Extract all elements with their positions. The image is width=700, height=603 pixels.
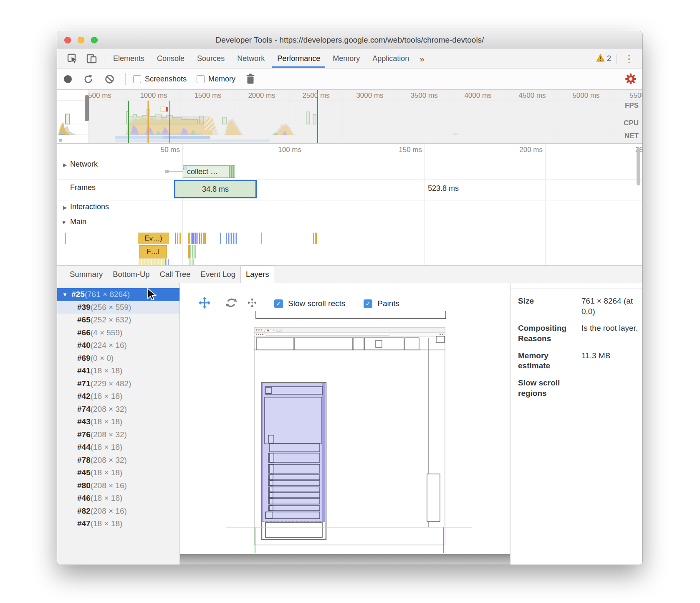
tab-performance[interactable]: Performance [271, 49, 326, 68]
tab-layers[interactable]: Layers [240, 266, 275, 283]
kebab-menu-icon[interactable]: ⋮ [620, 53, 638, 65]
frame-duration[interactable]: 523.8 ms [428, 184, 459, 193]
layer-wireframe[interactable] [180, 283, 510, 565]
function-bar[interactable]: F…l [139, 245, 167, 258]
main-track-label[interactable]: Main [70, 218, 86, 226]
activity-bar[interactable] [190, 245, 191, 258]
activity-bar[interactable] [233, 233, 234, 244]
layer-tree[interactable]: ▼#25(761 × 8264) #39(256 × 559) #65(252 … [57, 283, 179, 565]
layer-row[interactable]: #41(18 × 18) [57, 365, 179, 378]
layers-3d-view[interactable]: ✓ Slow scroll rects ✓ Paints [179, 283, 510, 565]
layer-row[interactable]: #74(208 × 32) [57, 403, 179, 416]
activity-bar[interactable] [230, 233, 230, 244]
memory-checkbox[interactable]: Memory [197, 75, 235, 84]
activity-bar[interactable] [313, 233, 314, 244]
device-toolbar-icon[interactable] [82, 49, 101, 68]
collapse-icon[interactable]: ▼ [61, 220, 66, 225]
minimize-window-button[interactable] [78, 37, 84, 43]
tab-bottom-up[interactable]: Bottom-Up [108, 266, 154, 283]
layer-row[interactable]: #39(256 × 559) [57, 301, 179, 314]
activity-bar[interactable] [261, 233, 262, 244]
activity-bar[interactable] [220, 233, 221, 244]
layer-row[interactable]: #42(18 × 18) [57, 390, 179, 403]
network-request-bar[interactable]: collect … [183, 165, 235, 178]
warning-icon[interactable] [596, 54, 605, 63]
more-tabs-chevron-icon[interactable]: » [415, 49, 429, 68]
activity-bar[interactable] [188, 245, 190, 258]
layer-row[interactable]: #76(208 × 32) [57, 428, 179, 441]
activity-bar[interactable] [315, 233, 317, 244]
layer-row[interactable]: #71(229 × 482) [57, 378, 179, 390]
activity-bar[interactable] [235, 233, 235, 244]
activity-bar[interactable] [193, 233, 198, 244]
collapse-icon[interactable]: ▼ [62, 291, 71, 298]
tab-network[interactable]: Network [231, 49, 271, 68]
tab-event-log[interactable]: Event Log [196, 266, 240, 283]
activity-bar[interactable] [192, 245, 196, 258]
tab-call-tree[interactable]: Call Tree [155, 266, 196, 283]
checkbox-unchecked[interactable] [197, 75, 205, 83]
tab-console[interactable]: Console [151, 49, 191, 68]
vertical-scrollbar[interactable] [637, 148, 640, 185]
layer-row[interactable]: #44(18 × 18) [57, 441, 179, 454]
timeline-overview[interactable]: 500 ms 1000 ms 1500 ms 2000 ms 2500 ms 3… [57, 90, 642, 144]
activity-bar[interactable] [65, 233, 66, 244]
layer-row[interactable]: #65(252 × 632) [57, 314, 179, 327]
layer-row[interactable]: #82(208 × 16) [57, 505, 179, 518]
record-button[interactable] [64, 75, 72, 83]
reset-view-icon[interactable] [247, 297, 258, 310]
activity-bar[interactable] [191, 233, 192, 244]
activity-bar[interactable] [199, 233, 200, 244]
activity-bar[interactable] [236, 233, 237, 244]
layer-row[interactable]: #66(4 × 559) [57, 327, 179, 340]
checkbox-unchecked[interactable] [133, 75, 141, 83]
activity-bar[interactable] [179, 233, 179, 244]
tab-application[interactable]: Application [366, 49, 415, 68]
activity-bar[interactable] [139, 259, 165, 265]
rotate-mode-icon[interactable] [225, 296, 238, 311]
activity-bar[interactable] [190, 259, 191, 265]
activity-bar[interactable] [168, 259, 169, 265]
activity-bar[interactable] [175, 233, 176, 244]
activity-bar[interactable] [189, 259, 190, 265]
activity-bar[interactable] [192, 259, 194, 265]
flame-chart[interactable]: 50 ms 100 ms 150 ms 200 ms 250 ms ▶ Netw… [57, 144, 642, 266]
layer-row[interactable]: #47(18 × 18) [57, 517, 179, 530]
zoom-window-button[interactable] [91, 37, 98, 43]
event-bar[interactable]: Ev…) [138, 233, 169, 244]
activity-bar[interactable] [231, 233, 232, 244]
tab-elements[interactable]: Elements [107, 49, 151, 68]
clear-recording-button[interactable] [104, 73, 115, 85]
network-track-label[interactable]: Network [70, 160, 98, 169]
close-window-button[interactable] [64, 37, 71, 43]
layer-row[interactable]: #80(208 × 16) [57, 479, 179, 492]
tab-summary[interactable]: Summary [65, 266, 108, 283]
activity-bar[interactable] [188, 233, 190, 244]
activity-bar[interactable] [226, 233, 227, 244]
activity-bar[interactable] [167, 259, 167, 265]
layer-row[interactable]: #40(224 × 16) [57, 339, 179, 352]
activity-bar[interactable] [192, 233, 193, 244]
activity-bar[interactable] [228, 233, 229, 244]
layer-row[interactable]: #45(18 × 18) [57, 466, 179, 479]
expand-icon[interactable]: ▶ [63, 162, 67, 168]
reload-and-profile-button[interactable] [83, 73, 94, 85]
inspect-element-icon[interactable] [63, 49, 82, 68]
screenshots-checkbox[interactable]: Screenshots [133, 75, 187, 84]
layer-row[interactable]: #69(0 × 0) [57, 352, 179, 365]
layer-row[interactable]: #46(18 × 18) [57, 492, 179, 505]
pan-mode-icon[interactable] [198, 296, 211, 311]
layer-row[interactable]: #43(18 × 18) [57, 416, 179, 428]
slow-scroll-rects-checkbox[interactable]: ✓ [274, 299, 283, 308]
activity-bar[interactable] [165, 259, 166, 265]
activity-bar[interactable] [203, 233, 206, 244]
layer-row[interactable]: #78(208 × 32) [57, 454, 179, 467]
activity-bar[interactable] [180, 233, 181, 244]
expand-icon[interactable]: ▶ [63, 205, 67, 210]
tab-memory[interactable]: Memory [326, 49, 366, 68]
activity-bar[interactable] [177, 233, 178, 244]
layer-row[interactable]: ▼#25(761 × 8264) [57, 288, 179, 301]
interactions-track-label[interactable]: Interactions [70, 203, 109, 211]
frames-track-label[interactable]: Frames [70, 183, 96, 192]
tab-sources[interactable]: Sources [191, 49, 231, 68]
